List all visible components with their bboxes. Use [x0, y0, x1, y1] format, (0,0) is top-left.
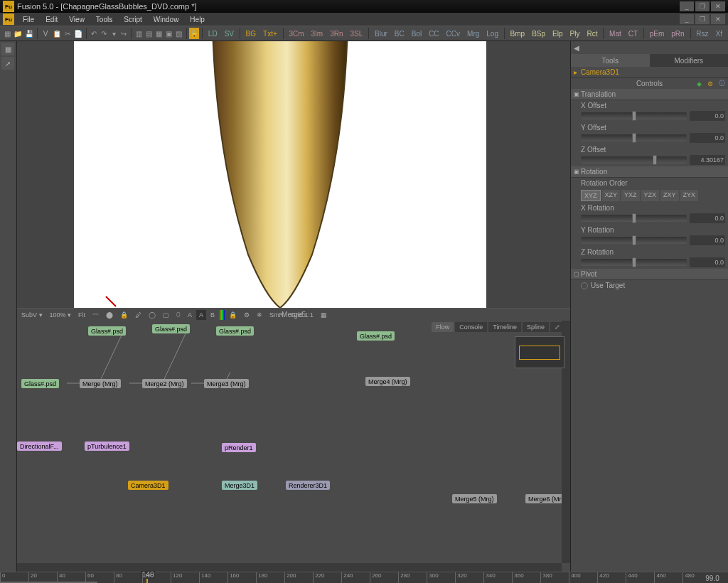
- layout4-icon[interactable]: ▣: [164, 28, 173, 39]
- paste-icon[interactable]: 📄: [73, 28, 83, 39]
- vt-icon-6[interactable]: ⬯: [173, 310, 183, 320]
- use-target-checkbox[interactable]: [581, 282, 588, 289]
- subv-dropdown[interactable]: SubV ▾: [18, 310, 46, 320]
- xrot-value[interactable]: 0.0: [690, 213, 725, 223]
- vt-icon-5[interactable]: ▢: [160, 310, 172, 320]
- zrot-slider[interactable]: [581, 259, 687, 266]
- tab-expand-icon[interactable]: ⤢: [550, 322, 564, 332]
- maximize-button[interactable]: ❐: [695, 1, 710, 11]
- node-loader[interactable]: Glass#.psd: [152, 324, 190, 333]
- node-merge5[interactable]: Merge5 (Mrg): [452, 494, 497, 503]
- menu-tools[interactable]: Tools: [90, 16, 118, 23]
- node-merge[interactable]: Merge4 (Mrg): [365, 377, 410, 386]
- lock-icon[interactable]: 🔒: [189, 28, 199, 39]
- mdi-minimize[interactable]: _: [680, 14, 694, 24]
- node-prender[interactable]: pRender1: [222, 443, 256, 452]
- yoffset-value[interactable]: 0.0: [690, 133, 725, 143]
- zoffset-value[interactable]: 4.30167: [690, 155, 725, 165]
- vt-b[interactable]: B: [208, 310, 218, 320]
- minimize-button[interactable]: _: [680, 1, 694, 11]
- tool-blur[interactable]: Blur: [372, 30, 390, 38]
- section-toggle-icon[interactable]: ▣: [574, 91, 581, 97]
- layout2-icon[interactable]: ▤: [144, 28, 153, 39]
- tool-3cm[interactable]: 3Cm: [286, 30, 306, 38]
- rotorder-zxy[interactable]: ZXY: [660, 190, 679, 201]
- undo-icon[interactable]: ↶: [90, 28, 98, 39]
- tab-modifiers[interactable]: Modifiers: [650, 54, 729, 67]
- tool-bsp[interactable]: BSp: [529, 30, 548, 38]
- history-icon[interactable]: ▾: [109, 28, 118, 39]
- menu-edit[interactable]: Edit: [40, 16, 63, 23]
- tool-3im[interactable]: 3Im: [309, 30, 326, 38]
- rotorder-yzx[interactable]: YZX: [641, 190, 660, 201]
- yoffset-slider[interactable]: [581, 134, 687, 141]
- keyframe-icon[interactable]: ◆: [694, 79, 704, 89]
- rotorder-xyz[interactable]: XYZ: [581, 190, 601, 201]
- open-icon[interactable]: 📁: [13, 28, 23, 39]
- yrot-value[interactable]: 0.0: [690, 235, 725, 245]
- channels-icon[interactable]: [219, 310, 225, 320]
- node-pturbulence[interactable]: pTurbulence1: [85, 442, 129, 451]
- mdi-close[interactable]: ✕: [711, 14, 725, 24]
- new-icon[interactable]: ▦: [3, 28, 11, 39]
- flow-area[interactable]: Flow Console Timeline Spline ⤢: [17, 321, 570, 572]
- tool-cc[interactable]: CC: [426, 30, 441, 38]
- vt-icon-3[interactable]: 🖊: [132, 310, 144, 320]
- tool-log[interactable]: Log: [483, 30, 501, 38]
- viewer[interactable]: [17, 41, 570, 308]
- collapse-icon[interactable]: ▸: [574, 68, 581, 76]
- tool-bmp[interactable]: Bmp: [508, 30, 528, 38]
- menu-help[interactable]: Help: [184, 16, 210, 23]
- tool-ct[interactable]: CT: [626, 30, 641, 38]
- close-button[interactable]: ✕: [711, 1, 725, 11]
- tab-timeline[interactable]: Timeline: [488, 322, 521, 332]
- vt-icon-2[interactable]: 🔒: [117, 310, 131, 320]
- xoffset-slider[interactable]: [581, 112, 687, 119]
- xrot-slider[interactable]: [581, 215, 687, 222]
- node-camera[interactable]: Camera3D1: [128, 481, 168, 490]
- rotorder-xzy[interactable]: XZY: [602, 190, 621, 201]
- vt-icon-0[interactable]: 〰: [90, 310, 102, 320]
- menu-window[interactable]: Window: [148, 16, 185, 23]
- yrot-slider[interactable]: [581, 237, 687, 244]
- node-directional[interactable]: DirectionalF...: [17, 442, 62, 451]
- tool-elp[interactable]: Elp: [550, 30, 565, 38]
- flow-scrollbar-h[interactable]: [17, 563, 562, 572]
- tool-rct[interactable]: Rct: [584, 30, 600, 38]
- section-toggle-icon[interactable]: ▣: [574, 169, 581, 175]
- vt-a1[interactable]: A: [185, 310, 195, 320]
- node-renderer[interactable]: Renderer3D1: [286, 481, 330, 490]
- node-merge[interactable]: Merge3 (Mrg): [204, 379, 249, 388]
- node-loader[interactable]: Glass#.psd: [357, 331, 395, 341]
- tool-3sl[interactable]: 3SL: [348, 30, 366, 38]
- tool-mrg[interactable]: Mrg: [464, 30, 482, 38]
- node-merge[interactable]: Merge2 (Mrg): [142, 379, 187, 388]
- redo2-icon[interactable]: ↪: [119, 28, 128, 39]
- menu-file[interactable]: File: [17, 16, 40, 23]
- zrot-value[interactable]: 0.0: [690, 257, 725, 267]
- tool-bc[interactable]: BC: [392, 30, 407, 38]
- tool-bol[interactable]: Bol: [409, 30, 424, 38]
- node-merge[interactable]: Merge (Mrg): [80, 379, 121, 388]
- rotorder-zyx[interactable]: ZYX: [680, 190, 699, 201]
- tool-prn[interactable]: pRn: [668, 30, 687, 38]
- vt-lock2[interactable]: 🔒: [226, 310, 240, 320]
- xoffset-value[interactable]: 0.0: [690, 111, 725, 121]
- vt-snow[interactable]: ❄: [254, 310, 265, 320]
- tool-rsz[interactable]: Rsz: [693, 30, 711, 38]
- controls-tab[interactable]: Controls: [636, 80, 663, 87]
- tool-3rn[interactable]: 3Rn: [327, 30, 346, 38]
- vt-a2[interactable]: A: [196, 310, 206, 320]
- cut-icon[interactable]: ✂: [63, 28, 72, 39]
- tool-ply[interactable]: Ply: [567, 30, 583, 38]
- node-merge3d[interactable]: Merge3D1: [222, 481, 257, 490]
- mdi-maximize[interactable]: ❐: [695, 14, 710, 24]
- settings-icon[interactable]: ⚙: [705, 79, 715, 89]
- info-icon[interactable]: ⓘ: [717, 79, 727, 89]
- tool-ccv[interactable]: CCv: [444, 30, 463, 38]
- section-toggle-icon[interactable]: ▢: [574, 271, 581, 277]
- panel-grip-icon[interactable]: ◀: [574, 44, 579, 52]
- vt-gear[interactable]: ⚙: [241, 310, 252, 320]
- flow-navigator[interactable]: [515, 336, 564, 368]
- save-icon[interactable]: 💾: [24, 28, 34, 39]
